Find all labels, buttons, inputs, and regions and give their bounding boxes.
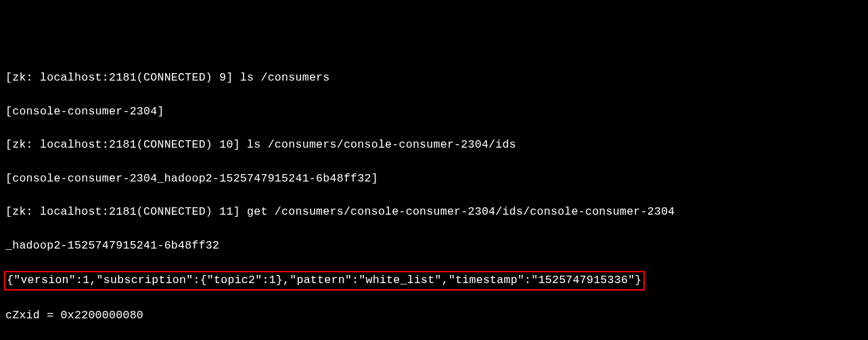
command-get-consumer-continuation: _hadoop2-1525747915241-6b48ff32 <box>5 238 863 255</box>
command-ls-consumers: ls /consumers <box>240 71 330 84</box>
terminal-line-3: [zk: localhost:2181(CONNECTED) 10] ls /c… <box>5 137 863 154</box>
zk-prompt-10: [zk: localhost:2181(CONNECTED) 10] <box>5 138 247 151</box>
zk-prompt-9: [zk: localhost:2181(CONNECTED) 9] <box>5 71 240 84</box>
json-output-highlighted: {"version":1,"subscription":{"topic2":1}… <box>4 271 645 291</box>
terminal-output-czxid: cZxid = 0x2200000080 <box>5 307 863 324</box>
terminal-output-consumers-list: [console-consumer-2304] <box>5 104 863 121</box>
command-get-consumer: get /consumers/console-consumer-2304/ids… <box>247 205 675 218</box>
command-ls-ids: ls /consumers/console-consumer-2304/ids <box>247 138 516 151</box>
terminal-output-ids-list: [console-consumer-2304_hadoop2-152574791… <box>5 171 863 188</box>
zk-prompt-11: [zk: localhost:2181(CONNECTED) 11] <box>5 205 247 218</box>
terminal-line-1: [zk: localhost:2181(CONNECTED) 9] ls /co… <box>5 70 863 87</box>
terminal-line-5: [zk: localhost:2181(CONNECTED) 11] get /… <box>5 204 863 221</box>
terminal-output-json-highlighted: {"version":1,"subscription":{"topic2":1}… <box>5 271 863 291</box>
